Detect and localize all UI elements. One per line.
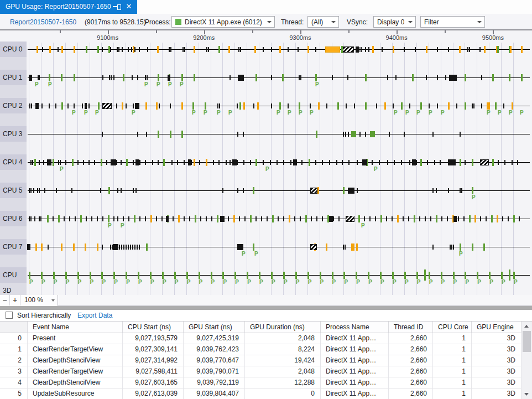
table-cell[interactable]: 3D	[472, 377, 521, 388]
event-tick-black	[145, 216, 146, 221]
table-cell[interactable]: 9,039,804,407	[184, 388, 245, 399]
row-index-cell[interactable]: 5	[0, 388, 28, 399]
table-cell[interactable]: ClearRenderTargetView	[28, 344, 123, 355]
zoom-in-button[interactable]: +	[10, 295, 20, 305]
table-cell[interactable]: 8,224	[245, 344, 321, 355]
table-cell[interactable]: 0	[245, 388, 321, 399]
table-cell[interactable]: 2,048	[245, 366, 321, 377]
table-cell[interactable]: DirectX 11 App…	[321, 344, 389, 355]
report-link[interactable]: Report20150507-1650	[10, 18, 76, 26]
event-tick-black	[239, 216, 240, 221]
column-header[interactable]: CPU Start (ns)	[123, 322, 184, 333]
table-cell[interactable]: 2,660	[389, 344, 433, 355]
table-cell[interactable]: 2,660	[389, 333, 433, 344]
vsync-dropdown[interactable]: Display 0	[373, 16, 416, 28]
column-header[interactable]	[0, 322, 28, 333]
column-header[interactable]: Thread ID	[389, 322, 433, 333]
table-cell[interactable]: 1	[433, 377, 472, 388]
table-cell[interactable]: DirectX 11 App…	[321, 388, 389, 399]
event-tick-green	[380, 272, 382, 279]
sort-hierarchically-checkbox[interactable]	[6, 312, 13, 319]
column-header[interactable]: Event Name	[28, 322, 123, 333]
table-cell[interactable]: 9,027,613,039	[123, 388, 184, 399]
table-cell[interactable]: 2,660	[389, 366, 433, 377]
tab-gpu-usage[interactable]: GPU Usage: Report20150507-1650 ✕	[0, 0, 137, 14]
event-block	[35, 103, 39, 109]
table-cell[interactable]: DirectX 11 App…	[321, 377, 389, 388]
pin-icon[interactable]	[113, 6, 117, 7]
table-cell[interactable]: 9,027,193,579	[123, 333, 184, 344]
table-cell[interactable]: UpdateSubResource	[28, 388, 123, 399]
table-cell[interactable]: 2,660	[389, 377, 433, 388]
table-cell[interactable]: 9,039,790,071	[184, 366, 245, 377]
scroll-up-icon[interactable]	[524, 325, 529, 328]
table-cell[interactable]: 12,288	[245, 377, 321, 388]
column-header[interactable]: GPU Start (ns)	[184, 322, 245, 333]
filter-dropdown[interactable]: Filter	[420, 16, 485, 28]
table-cell[interactable]: Present	[28, 333, 123, 344]
event-tick-green	[465, 272, 466, 279]
table-scrollbar[interactable]	[521, 321, 532, 399]
table-cell[interactable]: 1	[433, 355, 472, 366]
table-cell[interactable]: DirectX 11 App…	[321, 355, 389, 366]
row-index-cell[interactable]: 3	[0, 366, 28, 377]
table-cell[interactable]: 19,424	[245, 355, 321, 366]
table-cell[interactable]: 3D	[472, 333, 521, 344]
splitter-handle[interactable]	[0, 306, 532, 310]
process-dropdown[interactable]: DirectX 11 App.exe (6012)	[171, 16, 275, 28]
zoom-out-button[interactable]: −	[0, 295, 10, 305]
table-cell[interactable]: ClearDepthStencilView	[28, 355, 123, 366]
event-tick-black	[86, 216, 87, 221]
scrollbar-thumb[interactable]	[523, 331, 531, 352]
column-header[interactable]: Process Name	[321, 322, 389, 333]
table-cell[interactable]: 1	[433, 333, 472, 344]
table-cell[interactable]: DirectX 11 App…	[321, 366, 389, 377]
vsync-gridline	[77, 43, 78, 295]
table-cell[interactable]: 3D	[472, 344, 521, 355]
scroll-down-icon[interactable]	[524, 393, 529, 396]
table-cell[interactable]: ClearRenderTargetView	[28, 366, 123, 377]
table-cell[interactable]: 3D	[472, 355, 521, 366]
table-cell[interactable]: 9,027,425,319	[184, 333, 245, 344]
table-cell[interactable]: 2,660	[389, 388, 433, 399]
table-cell[interactable]: DirectX 11 App…	[321, 333, 389, 344]
table-cell[interactable]: 1	[433, 366, 472, 377]
event-tick-orange	[488, 102, 490, 110]
column-header[interactable]: CPU Core	[433, 322, 472, 333]
table-cell[interactable]: 1	[433, 388, 472, 399]
close-icon[interactable]: ✕	[125, 2, 133, 11]
hatched-block	[310, 188, 317, 194]
table-cell[interactable]: 3D	[472, 388, 521, 399]
row-index-cell[interactable]: 1	[0, 344, 28, 355]
table-cell[interactable]: 3D	[472, 366, 521, 377]
table-cell[interactable]: ClearDepthStencilView	[28, 377, 123, 388]
table-cell[interactable]: 9,027,603,165	[123, 377, 184, 388]
row-index-cell[interactable]: 0	[0, 333, 28, 344]
export-data-link[interactable]: Export Data	[77, 312, 112, 319]
table-cell[interactable]: 9,039,762,423	[184, 344, 245, 355]
event-tick-black	[481, 103, 482, 108]
table-cell[interactable]: 9,027,598,411	[123, 366, 184, 377]
table-cell[interactable]: 2,048	[245, 333, 321, 344]
table-cell[interactable]: 1	[433, 344, 472, 355]
event-tick-black	[430, 216, 431, 221]
vsync-gridline	[295, 43, 296, 295]
table-cell[interactable]: 9,027,309,141	[123, 344, 184, 355]
thread-dropdown[interactable]: (All)	[307, 16, 339, 28]
lane-label: CPU 0	[0, 42, 27, 57]
event-tick-black	[123, 245, 124, 250]
column-header[interactable]: GPU Engine	[472, 322, 521, 333]
event-tick-black	[184, 47, 185, 52]
table-cell[interactable]: 9,027,314,992	[123, 355, 184, 366]
row-index-cell[interactable]: 2	[0, 355, 28, 366]
table-cell[interactable]: 2,660	[389, 355, 433, 366]
axis-time-label: 9400ms	[386, 34, 408, 41]
row-index-cell[interactable]: 4	[0, 377, 28, 388]
event-tick-black	[31, 103, 32, 108]
event-tick-black	[39, 216, 40, 221]
table-cell[interactable]: 9,039,770,647	[184, 355, 245, 366]
zoom-level-dropdown[interactable]: 100 %	[20, 295, 58, 305]
column-header[interactable]: GPU Duration (ns)	[245, 322, 321, 333]
table-cell[interactable]: 9,039,792,119	[184, 377, 245, 388]
gpu-timeline-chart[interactable]: 9100ms9200ms9300ms9400ms9500msCPU 0CPU 1…	[0, 30, 532, 295]
